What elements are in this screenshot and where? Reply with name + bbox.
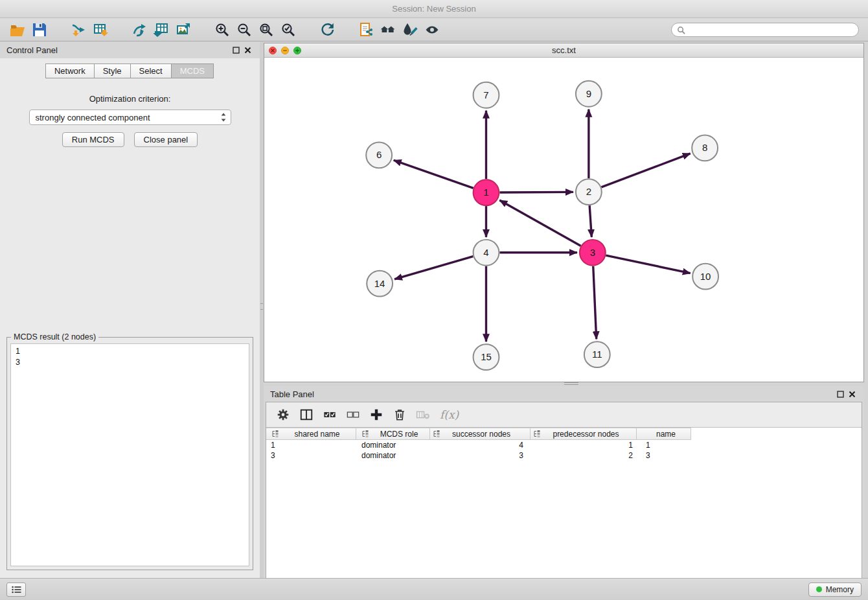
tab-mcds[interactable]: MCDS: [171, 63, 214, 78]
select-all-columns-button[interactable]: [319, 406, 340, 424]
node-label: 2: [586, 186, 591, 197]
node-table: shared name MCDS role: [266, 427, 862, 579]
close-panel-button[interactable]: [242, 44, 253, 56]
graph-node-11[interactable]: 11: [584, 341, 610, 367]
graph-node-4[interactable]: 4: [474, 240, 499, 266]
open-file-button[interactable]: [6, 20, 29, 40]
cell-predecessor-nodes[interactable]: 1: [532, 441, 639, 450]
cell-mcds-role[interactable]: dominator: [357, 441, 431, 450]
zoom-fit-button[interactable]: [255, 20, 277, 40]
network-window-title: scc.txt: [552, 45, 576, 55]
show-columns-button[interactable]: [296, 406, 317, 424]
window-titlebar[interactable]: Session: New Session: [0, 0, 868, 18]
save-session-button[interactable]: [29, 20, 51, 40]
home-view-button[interactable]: [377, 20, 399, 40]
open-folder-icon: [10, 22, 25, 38]
control-panel: Control Panel Network Style Select MCDS …: [0, 41, 260, 578]
show-graphics-details-button[interactable]: [421, 20, 443, 40]
edge-2-3[interactable]: [589, 205, 591, 237]
table-row[interactable]: 1 dominator 4 1 1: [266, 440, 862, 450]
float-panel-button[interactable]: [230, 44, 242, 56]
graph-node-6[interactable]: 6: [366, 142, 392, 168]
node-label: 4: [483, 247, 488, 258]
cell-mcds-role[interactable]: dominator: [357, 451, 431, 460]
edge-1-6[interactable]: [394, 160, 474, 188]
horizontal-splitter-grip[interactable]: [564, 382, 578, 385]
graph-node-10[interactable]: 10: [692, 264, 718, 290]
tab-style[interactable]: Style: [94, 63, 131, 78]
edge-1-2[interactable]: [499, 192, 573, 192]
network-from-clipboard-button[interactable]: [355, 20, 377, 40]
graph-node-7[interactable]: 7: [474, 82, 499, 108]
tab-network[interactable]: Network: [45, 63, 95, 78]
minimize-window-button[interactable]: [281, 47, 289, 54]
close-table-panel-button[interactable]: [846, 388, 858, 400]
graph-node-9[interactable]: 9: [576, 81, 602, 107]
create-column-button[interactable]: [366, 406, 387, 424]
cell-name[interactable]: 1: [639, 441, 694, 450]
edge-3-10[interactable]: [606, 255, 690, 273]
edge-3-1[interactable]: [499, 200, 580, 246]
column-header-shared-name[interactable]: shared name: [266, 428, 356, 440]
search-field[interactable]: [671, 23, 859, 37]
network-canvas[interactable]: 7968124314101511: [264, 58, 863, 382]
cell-shared-name[interactable]: 3: [266, 451, 357, 460]
column-header-predecessor-nodes[interactable]: predecessor nodes: [530, 428, 637, 440]
zoom-in-button[interactable]: [211, 20, 233, 40]
criterion-dropdown[interactable]: strongly connected component: [29, 110, 231, 125]
memory-button[interactable]: Memory: [808, 583, 862, 597]
edge-2-8[interactable]: [601, 154, 690, 187]
edge-4-14[interactable]: [394, 257, 473, 279]
float-window-icon: [837, 391, 844, 398]
table-panel-title: Table Panel: [270, 389, 834, 399]
delete-table-icon: [416, 408, 430, 422]
new-table-button[interactable]: [150, 20, 172, 40]
column-header-mcds-role[interactable]: MCDS role: [356, 428, 430, 440]
close-panel-pushbutton[interactable]: Close panel: [134, 132, 198, 147]
import-network-file-button[interactable]: [67, 20, 89, 40]
mcds-result-list[interactable]: 1 3: [10, 343, 249, 566]
task-history-button[interactable]: [6, 583, 26, 597]
main-toolbar: [0, 18, 868, 41]
run-mcds-button[interactable]: Run MCDS: [62, 132, 124, 147]
refresh-view-button[interactable]: [316, 20, 338, 40]
edge-3-11[interactable]: [593, 266, 597, 340]
delete-column-button[interactable]: [389, 406, 410, 424]
zoom-window-button[interactable]: [293, 47, 301, 54]
unchecked-boxes-icon: [346, 408, 360, 422]
graph-node-8[interactable]: 8: [692, 135, 718, 161]
cell-shared-name[interactable]: 1: [266, 441, 357, 450]
mcds-result-item: 1: [16, 346, 244, 357]
close-window-button[interactable]: [269, 47, 277, 54]
close-icon: [270, 48, 275, 53]
import-table-file-button[interactable]: [89, 20, 111, 40]
unselect-all-columns-button[interactable]: [343, 406, 363, 424]
export-image-button[interactable]: [172, 20, 194, 40]
column-header-name[interactable]: name: [636, 428, 691, 440]
cell-name[interactable]: 3: [639, 451, 694, 460]
save-icon: [32, 22, 47, 38]
search-input[interactable]: [689, 25, 853, 34]
delete-table-button[interactable]: [413, 406, 433, 424]
network-graph[interactable]: 7968124314101511: [264, 58, 863, 382]
function-builder-button[interactable]: f(x): [436, 408, 463, 421]
float-table-panel-button[interactable]: [834, 388, 846, 400]
zoom-selected-button[interactable]: [277, 20, 299, 40]
network-window-titlebar[interactable]: scc.txt: [264, 43, 863, 58]
new-network-button[interactable]: [128, 20, 150, 40]
column-header-successor-nodes[interactable]: successor nodes: [429, 428, 531, 440]
graph-node-14[interactable]: 14: [367, 271, 393, 297]
apply-style-button[interactable]: [399, 20, 421, 40]
graph-node-1[interactable]: 1: [474, 179, 499, 205]
tab-select[interactable]: Select: [130, 63, 172, 78]
graph-node-2[interactable]: 2: [576, 179, 602, 205]
graph-node-15[interactable]: 15: [474, 344, 499, 370]
cell-predecessor-nodes[interactable]: 2: [532, 451, 639, 460]
table-settings-button[interactable]: [273, 406, 293, 424]
cell-successor-nodes[interactable]: 4: [431, 441, 532, 450]
graph-node-3[interactable]: 3: [580, 240, 606, 266]
cell-successor-nodes[interactable]: 3: [431, 451, 532, 460]
zoom-out-button[interactable]: [233, 20, 255, 40]
node-label: 14: [374, 278, 385, 289]
table-row[interactable]: 3 dominator 3 2 3: [266, 450, 862, 461]
